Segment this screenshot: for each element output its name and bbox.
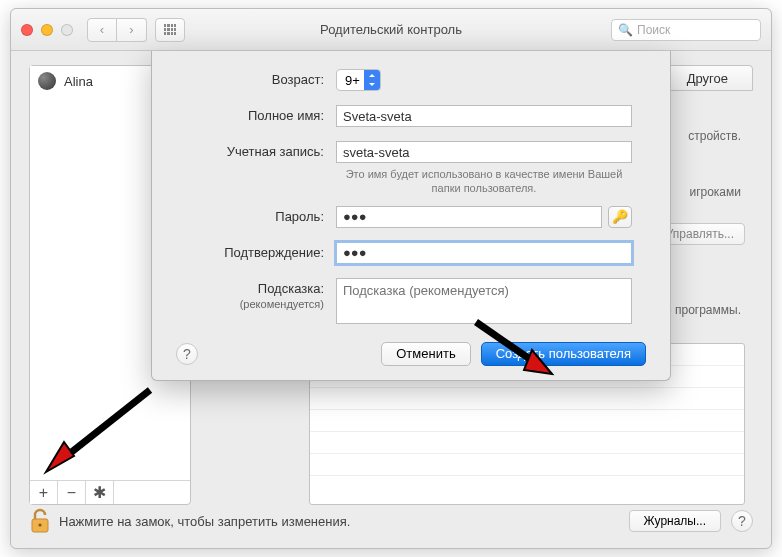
tab-other[interactable]: Другое (670, 66, 744, 90)
bg-text-devices: стройств. (688, 129, 741, 143)
zoom-icon (61, 24, 73, 36)
age-select[interactable]: 9+ (336, 69, 381, 91)
key-icon: 🔑 (612, 209, 628, 224)
lock-open-icon[interactable] (29, 508, 51, 534)
window-controls (21, 24, 73, 36)
search-input[interactable]: 🔍 Поиск (611, 19, 761, 41)
fullname-label: Полное имя: (176, 105, 336, 123)
preferences-window: ‹ › Родительский контроль 🔍 Поиск Alina … (10, 8, 772, 549)
search-icon: 🔍 (618, 23, 633, 37)
password-assistant-button[interactable]: 🔑 (608, 206, 632, 228)
password-input[interactable] (336, 206, 602, 228)
account-hint: Это имя будет использовано в качестве им… (336, 167, 632, 196)
create-user-sheet: Возраст: 9+ Полное имя: Учетная запись: … (151, 51, 671, 381)
cancel-button[interactable]: Отменить (381, 342, 470, 366)
show-all-button[interactable] (155, 18, 185, 42)
sidebar-tools: + − ✱ (30, 480, 190, 504)
bg-text-players: игроками (689, 185, 741, 199)
account-label: Учетная запись: (176, 141, 336, 159)
account-input[interactable] (336, 141, 632, 163)
password-label: Пароль: (176, 206, 336, 224)
journals-button[interactable]: Журналы... (629, 510, 721, 532)
sheet-help-button[interactable]: ? (176, 343, 198, 365)
chevron-updown-icon (364, 70, 380, 90)
help-button[interactable]: ? (731, 510, 753, 532)
hint-label: Подсказка:(рекомендуется) (176, 278, 336, 311)
back-button[interactable]: ‹ (87, 18, 117, 42)
search-placeholder: Поиск (637, 23, 670, 37)
fullname-input[interactable] (336, 105, 632, 127)
footer: Нажмите на замок, чтобы запретить измене… (29, 506, 753, 536)
remove-user-button[interactable]: − (58, 481, 86, 504)
age-value: 9+ (345, 73, 360, 88)
window-title: Родительский контроль (320, 22, 462, 37)
bg-text-programs: е программы. (665, 303, 741, 317)
add-user-button[interactable]: + (30, 481, 58, 504)
nav-buttons: ‹ › (87, 18, 147, 42)
confirm-input[interactable] (336, 242, 632, 264)
confirm-label: Подтверждение: (176, 242, 336, 260)
grid-icon (164, 24, 176, 36)
titlebar: ‹ › Родительский контроль 🔍 Поиск (11, 9, 771, 51)
hint-textarea[interactable] (336, 278, 632, 324)
avatar (38, 72, 56, 90)
lock-hint: Нажмите на замок, чтобы запретить измене… (59, 514, 350, 529)
close-icon[interactable] (21, 24, 33, 36)
age-label: Возраст: (176, 69, 336, 87)
minimize-icon[interactable] (41, 24, 53, 36)
forward-button[interactable]: › (117, 18, 147, 42)
user-options-button[interactable]: ✱ (86, 481, 114, 504)
create-user-button[interactable]: Создать пользователя (481, 342, 646, 366)
svg-point-1 (38, 523, 41, 526)
sidebar-user-name: Alina (64, 74, 93, 89)
